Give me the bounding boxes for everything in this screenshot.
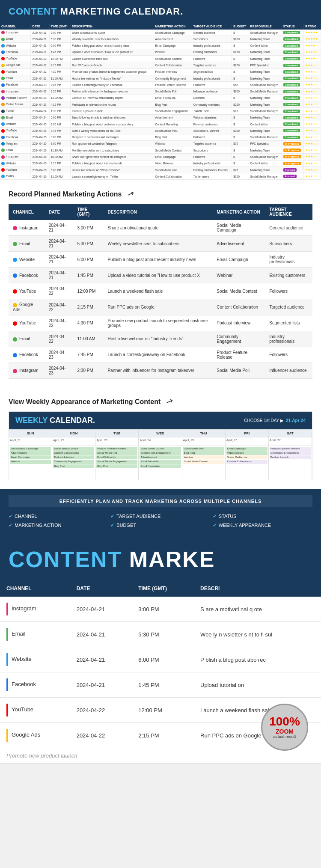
cell-rating: ★★★★☆ [304, 49, 321, 55]
rec-action: Social Media Poll [212, 363, 265, 378]
date-cell-fri: April, 26 [226, 437, 269, 446]
table-row: Instagram 2024-04-23 2:30 PM Partner wit… [0, 88, 321, 95]
weekly-calendar-box: WEEKLY CALENDAR. CHOOSE 1st DAY ▶ 21-Apr… [9, 411, 312, 480]
zoom-cell-channel: Instagram [0, 597, 70, 622]
cell-budget: $25 [232, 166, 249, 173]
cell-responsible: Marketing Team [249, 166, 282, 173]
record-row: Email 2024-04-21 5:30 PM Weekly newslett… [9, 236, 312, 252]
cell-desc: Publish a blog post about industry trend… [71, 160, 154, 166]
check-icon: ✓ [110, 514, 114, 519]
table-row: Website 2024-04-26 2:15 PM Publish a blo… [0, 160, 321, 166]
cell-audience: Webinar attendees [192, 114, 232, 121]
cell-time: 6:00 PM [49, 42, 70, 49]
weekly-days-header: SUN MON TUE WED THU FRI SAT [9, 429, 312, 437]
rec-action: Product Feature Release [212, 347, 265, 363]
title-content-word: CONTENT [9, 6, 57, 17]
cell-desc: Weekly newsletter sent to subscribers [71, 36, 154, 42]
rec-channel: Email [9, 331, 45, 347]
weekly-day-cell: Email CampaignVideo ReleaseSocial Media … [226, 446, 269, 480]
rec-action: Podcast Interview [212, 315, 265, 331]
cell-desc: Launch a contest/giveaway on Facebook [71, 82, 154, 88]
rec-date: 2024-04-23 [45, 347, 73, 363]
rec-date: 2024-04-22 [45, 331, 73, 347]
choose-label: CHOOSE 1st DAY ▶ [244, 418, 284, 423]
col-audience: TARGET AUDIENCE [192, 23, 232, 30]
weekly-day-cell: Video Series LaunchSocial Media Engageme… [139, 446, 182, 480]
cell-action: Webinar [154, 49, 192, 55]
cell-desc: Start a weekly video series on YouTube [71, 128, 154, 134]
rec-date: 2024-04-22 [45, 283, 73, 299]
feature-item: ✓CHANNEL [9, 514, 108, 519]
rec-col-time: TIME (GMT) [73, 204, 104, 220]
cell-channel: Email [0, 147, 31, 154]
zoomed-section: CHANNEL DATE TIME (GMT) DESCRI Instagram… [0, 580, 321, 764]
cell-action: Content Marketing [154, 121, 192, 127]
weekly-title-rest: CALENDAR. [48, 416, 95, 425]
cell-audience: Targeted audience [192, 62, 232, 68]
col-desc: DESCRIPTION [71, 23, 154, 30]
cell-date: 2024-04-21 [31, 42, 49, 49]
cal-item: Product Launch [270, 455, 311, 459]
rec-time: 5:30 PM [73, 236, 104, 252]
rec-date: 2024-04-21 [45, 236, 73, 252]
record-row: Website 2024-04-21 6:00 PM Publish a blo… [9, 252, 312, 268]
rec-action: Advertisement [212, 236, 265, 252]
table-row: Online Forum 2024-04-23 4:15 PM Particip… [0, 101, 321, 108]
cell-time: 11:30 AM [49, 147, 70, 154]
cal-item: Product Feature Release [96, 447, 137, 451]
table-row: Telegram 2024-04-25 8:00 PM Run sponsore… [0, 140, 321, 147]
cal-item: Social Media Poll [96, 451, 137, 455]
cell-desc: Host a live webinar on "Product Demo" [71, 166, 154, 173]
feature-label: TARGET AUDIENCE [116, 514, 160, 519]
cell-action: Social Media Post [154, 128, 192, 134]
cell-date: 2024-04-21 [31, 30, 49, 36]
cell-date: 2024-04-26 [31, 160, 49, 166]
cell-desc: Run PPC ads on Google [71, 62, 154, 68]
cell-channel: YouTube [0, 166, 31, 173]
zoom-cell-time: 6:00 PM [132, 647, 194, 672]
record-title: Record Planned Marketing Actions ↗ [9, 188, 312, 199]
zoom-cell-time: 1:45 PM [132, 672, 194, 698]
cell-responsible: Social Media Manager [249, 134, 282, 140]
cell-budget: $ [232, 56, 249, 62]
zoom-cell-desc: P blish a blog post abo rec [194, 647, 321, 672]
big-title-section: CONTENT MARKE [0, 535, 321, 580]
cell-responsible: Marketing Team [249, 36, 282, 42]
rec-action: Webinar [212, 268, 265, 283]
weekly-day-cell: Social Media ContestContent Collaboratio… [52, 446, 95, 480]
cell-time: 8:00 PM [49, 140, 70, 147]
cell-desc: Share user-generated content on Instagra… [71, 154, 154, 160]
cal-item: Social Media Engagement [96, 460, 137, 464]
cell-responsible: Social Media Manager [249, 82, 282, 88]
cell-time: 7:45 PM [49, 128, 70, 134]
cell-status: Completed [282, 128, 304, 134]
cell-action: Blog Post [154, 134, 192, 140]
zoom-cell-date: 2024-04-21 [70, 647, 132, 672]
rec-channel: YouTube [9, 315, 45, 331]
big-title-marketing: MARKE [129, 547, 215, 572]
rec-audience: Followers [265, 283, 312, 299]
cell-desc: Participate in relevant online forums [71, 101, 154, 108]
zoom-cell-date: 2024-04-22 [70, 723, 132, 748]
zoom-col-channel: CHANNEL [0, 580, 70, 597]
cell-time: 7:45 PM [49, 82, 70, 88]
cell-budget: $ [232, 68, 249, 75]
cell-audience: Subscribers [192, 36, 232, 42]
cell-desc: Monthly newsletter sent to subscribers [71, 147, 154, 154]
zoom-col-time: TIME (GMT) [132, 580, 194, 597]
table-row: Facebook 2024-04-21 1:45 PM Upload a vid… [0, 49, 321, 55]
weekly-title: View Weekly Appearance of Marketing Cont… [9, 396, 312, 406]
zoom-cell-desc: Wee ly n wsletter s nt to fi sul [194, 622, 321, 647]
cell-audience: Tumblr users [192, 108, 232, 114]
cell-rating: ★★★☆☆ [304, 75, 321, 81]
rec-audience: Existing customers [265, 268, 312, 283]
cal-item: Social Media Contest [53, 447, 94, 451]
cal-item: Blog Post [183, 451, 224, 455]
cell-budget: $ [232, 95, 249, 101]
cell-date: 2024-04-22 [31, 62, 49, 68]
feature-item: ✓BUDGET [110, 523, 210, 528]
cell-rating: ★★★☆☆ [304, 166, 321, 173]
cell-time: 11:00 AM [49, 75, 70, 81]
cell-responsible: Marketing Team [249, 101, 282, 108]
zoom-row: Instagram 2024-04-21 3:00 PM S are a mot… [0, 597, 321, 622]
